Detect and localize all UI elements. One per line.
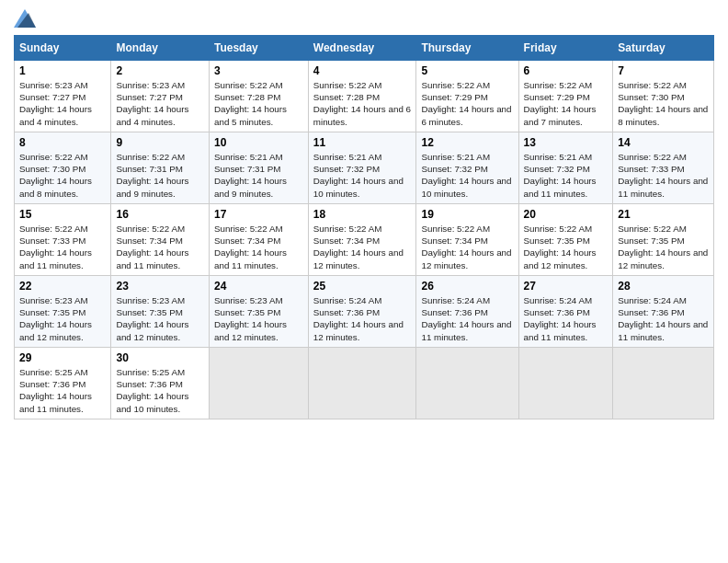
day-info: Sunrise: 5:21 AMSunset: 7:32 PMDaylight:… [524,152,597,199]
logo-icon [14,9,36,28]
day-cell-4: 4 Sunrise: 5:22 AMSunset: 7:28 PMDayligh… [308,61,416,132]
day-number: 19 [421,208,513,221]
day-info: Sunrise: 5:22 AMSunset: 7:34 PMDaylight:… [313,224,404,270]
day-cell-16: 16 Sunrise: 5:22 AMSunset: 7:34 PMDaylig… [111,204,210,276]
day-info: Sunrise: 5:22 AMSunset: 7:29 PMDaylight:… [421,80,511,127]
header-friday: Friday [518,36,613,61]
day-number: 4 [313,64,412,77]
day-info: Sunrise: 5:22 AMSunset: 7:29 PMDaylight:… [524,80,597,127]
day-number: 29 [19,351,106,364]
day-number: 2 [116,64,204,77]
header-monday: Monday [111,36,210,61]
day-number: 23 [116,280,204,293]
empty-cell [613,348,714,419]
day-cell-20: 20 Sunrise: 5:22 AMSunset: 7:35 PMDaylig… [518,204,613,276]
day-info: Sunrise: 5:23 AMSunset: 7:35 PMDaylight:… [116,295,188,342]
day-cell-28: 28 Sunrise: 5:24 AMSunset: 7:36 PMDaylig… [613,276,714,348]
day-number: 7 [618,64,709,77]
day-cell-14: 14 Sunrise: 5:22 AMSunset: 7:33 PMDaylig… [613,132,714,204]
week-row-3: 15 Sunrise: 5:22 AMSunset: 7:33 PMDaylig… [15,204,714,276]
day-cell-18: 18 Sunrise: 5:22 AMSunset: 7:34 PMDaylig… [308,204,416,276]
day-info: Sunrise: 5:25 AMSunset: 7:36 PMDaylight:… [19,367,92,414]
day-number: 24 [214,280,303,293]
day-info: Sunrise: 5:25 AMSunset: 7:36 PMDaylight:… [116,367,188,414]
day-cell-21: 21 Sunrise: 5:22 AMSunset: 7:35 PMDaylig… [613,204,714,276]
day-number: 15 [19,208,106,221]
calendar-table: SundayMondayTuesdayWednesdayThursdayFrid… [14,35,714,419]
day-number: 26 [421,280,513,293]
day-info: Sunrise: 5:22 AMSunset: 7:35 PMDaylight:… [524,224,597,270]
day-number: 27 [524,280,609,293]
week-row-1: 1 Sunrise: 5:23 AMSunset: 7:27 PMDayligh… [15,61,714,132]
header-wednesday: Wednesday [308,36,416,61]
day-info: Sunrise: 5:23 AMSunset: 7:35 PMDaylight:… [214,295,287,342]
day-number: 10 [214,136,303,149]
day-number: 5 [421,64,513,77]
calendar-header-row: SundayMondayTuesdayWednesdayThursdayFrid… [15,36,714,61]
day-number: 8 [19,136,106,149]
day-number: 1 [19,64,106,77]
day-number: 20 [524,208,609,221]
empty-cell [518,348,613,419]
day-number: 11 [313,136,412,149]
day-cell-12: 12 Sunrise: 5:21 AMSunset: 7:32 PMDaylig… [416,132,518,204]
day-info: Sunrise: 5:22 AMSunset: 7:33 PMDaylight:… [618,152,708,199]
day-info: Sunrise: 5:22 AMSunset: 7:34 PMDaylight:… [214,224,287,270]
day-cell-8: 8 Sunrise: 5:22 AMSunset: 7:30 PMDayligh… [15,132,111,204]
day-cell-13: 13 Sunrise: 5:21 AMSunset: 7:32 PMDaylig… [518,132,613,204]
day-cell-17: 17 Sunrise: 5:22 AMSunset: 7:34 PMDaylig… [209,204,308,276]
day-number: 16 [116,208,204,221]
header-thursday: Thursday [416,36,518,61]
day-cell-19: 19 Sunrise: 5:22 AMSunset: 7:34 PMDaylig… [416,204,518,276]
day-info: Sunrise: 5:22 AMSunset: 7:34 PMDaylight:… [421,224,511,270]
day-number: 3 [214,64,303,77]
day-cell-22: 22 Sunrise: 5:23 AMSunset: 7:35 PMDaylig… [15,276,111,348]
day-info: Sunrise: 5:22 AMSunset: 7:34 PMDaylight:… [116,224,188,270]
day-cell-1: 1 Sunrise: 5:23 AMSunset: 7:27 PMDayligh… [15,61,111,132]
day-cell-27: 27 Sunrise: 5:24 AMSunset: 7:36 PMDaylig… [518,276,613,348]
day-number: 12 [421,136,513,149]
day-number: 9 [116,136,204,149]
day-cell-11: 11 Sunrise: 5:21 AMSunset: 7:32 PMDaylig… [308,132,416,204]
day-cell-24: 24 Sunrise: 5:23 AMSunset: 7:35 PMDaylig… [209,276,308,348]
day-number: 14 [618,136,709,149]
day-info: Sunrise: 5:21 AMSunset: 7:32 PMDaylight:… [313,152,404,199]
day-info: Sunrise: 5:22 AMSunset: 7:28 PMDaylight:… [214,80,287,127]
week-row-5: 29 Sunrise: 5:25 AMSunset: 7:36 PMDaylig… [15,348,714,419]
day-info: Sunrise: 5:24 AMSunset: 7:36 PMDaylight:… [313,295,404,342]
logo [14,9,38,28]
day-info: Sunrise: 5:21 AMSunset: 7:32 PMDaylight:… [421,152,511,199]
day-info: Sunrise: 5:24 AMSunset: 7:36 PMDaylight:… [524,295,597,342]
day-number: 6 [524,64,609,77]
day-cell-15: 15 Sunrise: 5:22 AMSunset: 7:33 PMDaylig… [15,204,111,276]
day-number: 17 [214,208,303,221]
day-cell-23: 23 Sunrise: 5:23 AMSunset: 7:35 PMDaylig… [111,276,210,348]
day-cell-5: 5 Sunrise: 5:22 AMSunset: 7:29 PMDayligh… [416,61,518,132]
day-cell-3: 3 Sunrise: 5:22 AMSunset: 7:28 PMDayligh… [209,61,308,132]
day-number: 13 [524,136,609,149]
day-info: Sunrise: 5:23 AMSunset: 7:27 PMDaylight:… [116,80,188,127]
header [14,9,714,28]
day-info: Sunrise: 5:23 AMSunset: 7:35 PMDaylight:… [19,295,92,342]
empty-cell [209,348,308,419]
day-cell-9: 9 Sunrise: 5:22 AMSunset: 7:31 PMDayligh… [111,132,210,204]
header-sunday: Sunday [15,36,111,61]
day-cell-29: 29 Sunrise: 5:25 AMSunset: 7:36 PMDaylig… [15,348,111,419]
day-cell-30: 30 Sunrise: 5:25 AMSunset: 7:36 PMDaylig… [111,348,210,419]
day-cell-7: 7 Sunrise: 5:22 AMSunset: 7:30 PMDayligh… [613,61,714,132]
day-number: 22 [19,280,106,293]
day-info: Sunrise: 5:24 AMSunset: 7:36 PMDaylight:… [618,295,708,342]
day-info: Sunrise: 5:24 AMSunset: 7:36 PMDaylight:… [421,295,511,342]
day-info: Sunrise: 5:22 AMSunset: 7:31 PMDaylight:… [116,152,188,199]
week-row-4: 22 Sunrise: 5:23 AMSunset: 7:35 PMDaylig… [15,276,714,348]
day-cell-10: 10 Sunrise: 5:21 AMSunset: 7:31 PMDaylig… [209,132,308,204]
page-container: SundayMondayTuesdayWednesdayThursdayFrid… [0,0,728,429]
day-info: Sunrise: 5:22 AMSunset: 7:28 PMDaylight:… [313,80,411,127]
day-info: Sunrise: 5:22 AMSunset: 7:30 PMDaylight:… [19,152,92,199]
day-cell-26: 26 Sunrise: 5:24 AMSunset: 7:36 PMDaylig… [416,276,518,348]
day-number: 30 [116,351,204,364]
day-number: 28 [618,280,709,293]
day-number: 18 [313,208,412,221]
header-tuesday: Tuesday [209,36,308,61]
day-cell-2: 2 Sunrise: 5:23 AMSunset: 7:27 PMDayligh… [111,61,210,132]
